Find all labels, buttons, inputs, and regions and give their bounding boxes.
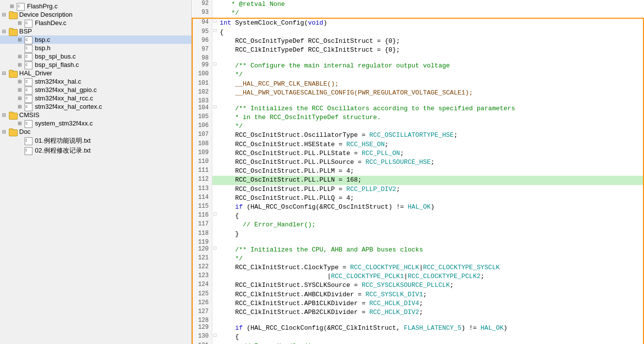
fold-icon bbox=[212, 167, 218, 176]
file-icon-c bbox=[25, 78, 33, 85]
line-number: 129 bbox=[192, 324, 212, 333]
expand-icon: ⊞ bbox=[18, 104, 25, 109]
code-line: RCC_OscInitStruct.PLL.PLLP = RCC_PLLP_DI… bbox=[218, 185, 644, 194]
sidebar-item-stm32f4xx-hal-rcc[interactable]: ⊞ stm32f4xx_hal_rcc.c bbox=[0, 94, 191, 102]
line-number: 94 bbox=[192, 18, 212, 28]
sidebar-item-bsp[interactable]: ⊟ BSP bbox=[0, 27, 191, 35]
code-line: RCC_ClkInitTypeDef RCC_ClkInitStruct = {… bbox=[218, 46, 644, 55]
table-row: 121 */ bbox=[192, 254, 644, 263]
sidebar-item-stm32f4xx-hal-cortex[interactable]: ⊞ stm32f4xx_hal_cortex.c bbox=[0, 102, 191, 111]
code-line: RCC_OscInitStruct.PLL.PLLSource = RCC_PL… bbox=[218, 158, 644, 167]
sidebar-item-flashdev[interactable]: ⊞ FlashDev.c bbox=[0, 19, 191, 27]
code-line: */ bbox=[218, 254, 644, 263]
sidebar-item-doc1[interactable]: 01.例程功能说明.txt bbox=[0, 136, 191, 146]
fold-icon bbox=[212, 220, 218, 229]
sidebar-item-bsp-c[interactable]: ⊞ bsp.c bbox=[0, 35, 191, 44]
fold-icon[interactable]: □ bbox=[212, 62, 218, 70]
sidebar-label: stm32f4xx_hal_cortex.c bbox=[35, 103, 102, 110]
code-line: RCC_ClkInitStruct.APB1CLKDivider = RCC_H… bbox=[218, 299, 644, 308]
fold-icon[interactable]: □ bbox=[212, 28, 218, 37]
sidebar-label: 02.例程修改记录.txt bbox=[35, 146, 90, 155]
sidebar-item-doc[interactable]: ⊟ Doc bbox=[0, 127, 191, 136]
sidebar-item-system-stm32[interactable]: ⊞ system_stm32f4xx.c bbox=[0, 119, 191, 127]
sidebar-item-stm32f4xx-hal-gpio[interactable]: ⊞ stm32f4xx_hal_gpio.c bbox=[0, 86, 191, 94]
line-number: 120 bbox=[192, 246, 212, 254]
line-number: 119 bbox=[192, 239, 212, 246]
fold-icon bbox=[212, 70, 218, 79]
line-number: 122 bbox=[192, 263, 212, 272]
line-number: 125 bbox=[192, 290, 212, 299]
table-row: 128 bbox=[192, 317, 644, 324]
sidebar-item-cmsis[interactable]: ⊟ CMSIS bbox=[0, 111, 191, 119]
sidebar-item-flashprg[interactable]: ⊞ FlashPrg.c bbox=[0, 2, 191, 10]
file-icon-c bbox=[25, 45, 33, 52]
table-row: 95□{ bbox=[192, 28, 644, 37]
expand-icon: ⊞ bbox=[10, 3, 17, 9]
fold-icon bbox=[212, 263, 218, 272]
fold-icon bbox=[212, 308, 218, 317]
fold-icon bbox=[212, 89, 218, 97]
sidebar-item-bsp-spi-flash[interactable]: ⊞ bsp_spi_flash.c bbox=[0, 61, 191, 69]
code-line: if (HAL_RCC_OscConfig(&RCC_OscInitStruct… bbox=[218, 203, 644, 212]
fold-icon[interactable]: □ bbox=[212, 212, 218, 220]
code-line: /** Initializes the CPU, AHB and APB bus… bbox=[218, 246, 644, 254]
code-line: * in the RCC_OscInitTypeDef structure. bbox=[218, 113, 644, 122]
sidebar-label: bsp_spi_flash.c bbox=[35, 61, 79, 68]
sidebar-item-device-description[interactable]: ⊟ Device Description bbox=[0, 10, 191, 19]
sidebar-item-bsp-h[interactable]: bsp.h bbox=[0, 44, 191, 52]
expand-icon: ⊟ bbox=[2, 129, 9, 134]
folder-icon bbox=[9, 28, 18, 35]
table-row: 119 bbox=[192, 239, 644, 246]
line-number: 107 bbox=[192, 131, 212, 140]
fold-icon bbox=[212, 113, 218, 122]
table-row: 131 // Error_Handler(); bbox=[192, 342, 644, 344]
line-number: 112 bbox=[192, 176, 212, 185]
code-line: RCC_OscInitStruct.PLL.PLLM = 4; bbox=[218, 167, 644, 176]
code-line: RCC_OscInitStruct.PLL.PLLState = RCC_PLL… bbox=[218, 149, 644, 158]
fold-icon[interactable]: □ bbox=[212, 18, 218, 28]
fold-icon bbox=[212, 122, 218, 131]
fold-icon bbox=[212, 194, 218, 203]
line-number: 126 bbox=[192, 299, 212, 308]
sidebar-item-hal-driver[interactable]: ⊟ HAL_Driver bbox=[0, 69, 191, 77]
file-icon-c bbox=[25, 95, 33, 102]
fold-icon bbox=[212, 37, 218, 46]
code-line: RCC_OscInitTypeDef RCC_OscInitStruct = {… bbox=[218, 37, 644, 46]
file-tree[interactable]: ⊞ FlashPrg.c ⊟ Device Description ⊞ Flas… bbox=[0, 0, 192, 344]
fold-icon[interactable]: □ bbox=[212, 104, 218, 113]
line-number: 111 bbox=[192, 167, 212, 176]
table-row: 127 RCC_ClkInitStruct.APB2CLKDivider = R… bbox=[192, 308, 644, 317]
table-row: 117 // Error_Handler(); bbox=[192, 220, 644, 229]
table-row: 120□ /** Initializes the CPU, AHB and AP… bbox=[192, 246, 644, 254]
file-icon-c bbox=[25, 62, 33, 68]
fold-icon bbox=[212, 272, 218, 281]
fold-icon[interactable]: □ bbox=[212, 246, 218, 254]
line-number: 96 bbox=[192, 37, 212, 46]
sidebar-item-bsp-spi-bus[interactable]: ⊞ bsp_spi_bus.c bbox=[0, 52, 191, 61]
line-number: 115 bbox=[192, 203, 212, 212]
code-line: // Error_Handler(); bbox=[218, 342, 644, 344]
table-row: 102 __HAL_PWR_VOLTAGESCALING_CONFIG(PWR_… bbox=[192, 89, 644, 97]
code-line bbox=[218, 239, 644, 246]
code-editor[interactable]: 92 * @retval None93 */94□int SystemClock… bbox=[192, 0, 644, 344]
table-row: 123 |RCC_CLOCKTYPE_PCLK1|RCC_CLOCKTYPE_P… bbox=[192, 272, 644, 281]
file-icon-c bbox=[25, 53, 33, 60]
code-line: RCC_OscInitStruct.OscillatorType = RCC_O… bbox=[218, 131, 644, 140]
sidebar-label: system_stm32f4xx.c bbox=[35, 120, 93, 127]
table-row: 110 RCC_OscInitStruct.PLL.PLLSource = RC… bbox=[192, 158, 644, 167]
code-line: */ bbox=[218, 9, 644, 18]
fold-icon[interactable]: □ bbox=[212, 333, 218, 342]
line-number: 103 bbox=[192, 97, 212, 104]
line-number: 130 bbox=[192, 333, 212, 342]
code-table: 92 * @retval None93 */94□int SystemClock… bbox=[192, 0, 644, 344]
sidebar-label: Device Description bbox=[19, 11, 72, 18]
sidebar-label: stm32f4xx_hal.c bbox=[35, 78, 81, 85]
table-row: 125 RCC_ClkInitStruct.AHBCLKDivider = RC… bbox=[192, 290, 644, 299]
line-number: 92 bbox=[192, 0, 212, 9]
code-line: __HAL_PWR_VOLTAGESCALING_CONFIG(PWR_REGU… bbox=[218, 89, 644, 97]
sidebar-label: HAL_Driver bbox=[19, 69, 52, 77]
table-row: 118 } bbox=[192, 230, 644, 239]
expand-icon: ⊞ bbox=[18, 95, 25, 101]
sidebar-item-stm32f4xx-hal[interactable]: ⊞ stm32f4xx_hal.c bbox=[0, 77, 191, 86]
sidebar-item-doc2[interactable]: 02.例程修改记录.txt bbox=[0, 146, 191, 156]
